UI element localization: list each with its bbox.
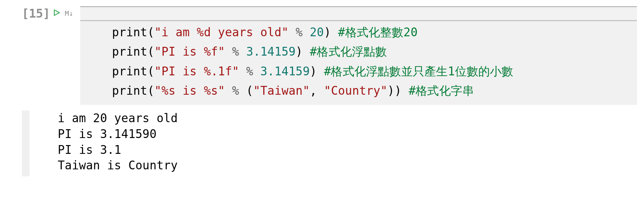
run-icon[interactable] (53, 9, 60, 16)
code-token: #格式化浮點數並只產生1位數的小數 (324, 64, 513, 78)
code-token: , (310, 84, 324, 98)
cell-output-row: i am 20 years old PI is 3.141590 PI is 3… (0, 111, 644, 177)
code-token: % (232, 45, 239, 58)
code-token: ( (147, 25, 154, 39)
code-token: print (112, 45, 147, 58)
code-token (303, 25, 310, 39)
code-token: print (112, 25, 147, 39)
code-token: ) (310, 64, 324, 78)
code-token: ( (147, 84, 154, 98)
code-token: #格式化浮點數 (310, 45, 387, 58)
code-token: ( (147, 64, 154, 78)
code-token: "Country" (324, 84, 387, 98)
code-token: #格式化字串 (409, 84, 474, 98)
code-line: print("%s is %s" % ("Taiwan", "Country")… (84, 81, 633, 100)
code-token: "PI is %f" (154, 45, 225, 58)
markdown-toggle-button[interactable]: M↓ (65, 9, 73, 17)
cell-prompt-column: [15] (8, 6, 53, 105)
code-token (239, 64, 246, 78)
code-token: % (296, 25, 303, 39)
cell-execution-count: [15] (22, 6, 50, 21)
code-token: )) (387, 84, 409, 98)
code-token: 20 (310, 25, 324, 39)
code-token (239, 45, 246, 58)
code-token: "i am %d years old" (154, 25, 289, 39)
code-token: ) (296, 45, 310, 58)
code-token: "Taiwan" (253, 84, 310, 98)
code-token (225, 84, 232, 98)
code-line: print("PI is %.1f" % 3.14159) #格式化浮點數並只產… (84, 62, 633, 81)
cell-left-indicator (0, 6, 6, 105)
svg-marker-0 (54, 10, 59, 15)
code-token: print (112, 84, 147, 98)
code-token: #格式化整數20 (338, 25, 418, 39)
cell-content: print("i am %d years old" % 20) #格式化整數20… (80, 6, 637, 105)
code-line: print("i am %d years old" % 20) #格式化整數20 (84, 23, 633, 42)
code-token: ) (324, 25, 338, 39)
code-token: 3.14159 (246, 45, 296, 58)
code-token: % (246, 64, 253, 78)
code-token (253, 64, 260, 78)
code-line: print("PI is %f" % 3.14159) #格式化浮點數 (84, 42, 633, 61)
code-token: 3.14159 (260, 64, 310, 78)
output-left-indicator (0, 111, 6, 177)
code-token: % (232, 84, 239, 98)
code-token (289, 25, 296, 39)
code-token: ( (147, 45, 154, 58)
code-token: ( (239, 84, 253, 98)
code-token: "%s is %s" (154, 84, 225, 98)
cell-output: i am 20 years old PI is 3.141590 PI is 3… (54, 111, 181, 177)
output-gutter (22, 111, 30, 177)
code-editor[interactable]: print("i am %d years old" % 20) #格式化整數20… (80, 21, 637, 105)
cell-toolbar-strip (80, 6, 637, 21)
code-token: print (112, 64, 147, 78)
cell-controls: M↓ (53, 6, 80, 105)
code-token (225, 45, 232, 58)
output-spacer (30, 111, 54, 177)
code-token: "PI is %.1f" (154, 64, 239, 78)
notebook-cell: [15] M↓ print("i am %d years old" % 20) … (0, 0, 644, 105)
